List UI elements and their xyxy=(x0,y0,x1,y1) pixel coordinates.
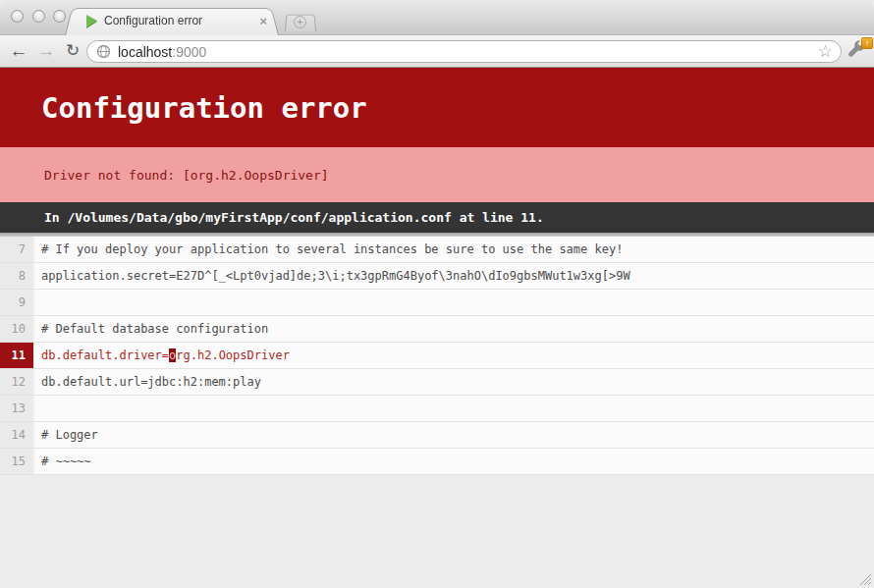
resize-grip[interactable] xyxy=(858,572,872,586)
wrench-menu-button[interactable]: ↑ xyxy=(846,39,871,65)
code-text: # Logger xyxy=(35,422,98,448)
code-text xyxy=(35,290,41,315)
line-number: 15 xyxy=(0,449,35,474)
code-line-row: 15# ~~~~~ xyxy=(0,449,874,475)
error-location-bar: In /Volumes/Data/gbo/myFirstApp/conf/app… xyxy=(0,202,874,233)
line-number: 11 xyxy=(0,343,35,368)
line-number: 14 xyxy=(0,422,35,448)
play-framework-icon xyxy=(86,15,97,27)
line-number: 9 xyxy=(0,290,35,315)
code-text: application.secret=E27D^[_<Lpt0vjad]de;3… xyxy=(35,263,630,289)
code-line-row: 10# Default database configuration xyxy=(0,316,874,343)
error-page: Configuration error Driver not found: [o… xyxy=(0,68,874,588)
browser-toolbar: ← → ↻ localhost:9000 ☆ ↑ xyxy=(0,35,874,68)
line-number: 13 xyxy=(0,396,35,421)
tab-configuration-error[interactable]: Configuration error × xyxy=(65,6,279,35)
tab-close-icon[interactable]: × xyxy=(259,15,267,27)
window-minimize-button[interactable] xyxy=(32,10,45,23)
new-tab-button[interactable]: + xyxy=(285,13,316,31)
update-badge: ↑ xyxy=(861,37,873,49)
url-host: localhost xyxy=(118,44,172,60)
line-number: 7 xyxy=(0,237,35,262)
code-lines: 7# If you deploy your application to sev… xyxy=(0,237,874,475)
error-header: Configuration error xyxy=(0,68,874,147)
code-line-row: 9 xyxy=(0,290,874,316)
error-marker-char: o xyxy=(169,348,176,362)
error-location: In /Volumes/Data/gbo/myFirstApp/conf/app… xyxy=(0,210,544,225)
browser-window: Configuration error × + ← → ↻ localhost:… xyxy=(0,0,874,588)
code-line-row: 8application.secret=E27D^[_<Lpt0vjad]de;… xyxy=(0,263,874,290)
tab-strip: Configuration error × + xyxy=(0,0,874,35)
code-text: db.default.url=jdbc:h2:mem:play xyxy=(35,369,261,395)
bookmark-star-icon[interactable]: ☆ xyxy=(818,43,833,60)
code-text: db.default.driver=org.h2.OopsDriver xyxy=(35,343,290,368)
reload-button[interactable]: ↻ xyxy=(61,39,84,63)
back-button[interactable]: ← xyxy=(7,39,30,63)
url-text[interactable]: localhost:9000 xyxy=(118,44,818,60)
window-close-button[interactable] xyxy=(11,10,24,23)
code-text: # If you deploy your application to seve… xyxy=(35,237,623,262)
code-line-row: 12db.default.url=jdbc:h2:mem:play xyxy=(0,369,874,396)
error-message: Driver not found: [org.h2.OopsDriver] xyxy=(0,168,329,183)
line-number: 12 xyxy=(0,369,35,395)
code-text xyxy=(35,396,41,421)
code-text: # Default database configuration xyxy=(35,316,268,342)
page-title: Configuration error xyxy=(0,91,367,125)
tab-title: Configuration error xyxy=(104,14,251,27)
code-line-row: 14# Logger xyxy=(0,422,874,449)
code-text: # ~~~~~ xyxy=(35,449,91,474)
error-message-banner: Driver not found: [org.h2.OopsDriver] xyxy=(0,147,874,202)
code-line-row: 13 xyxy=(0,396,874,422)
code-line-row-error: 11db.default.driver=org.h2.OopsDriver xyxy=(0,343,874,369)
forward-button: → xyxy=(34,39,58,63)
plus-icon: + xyxy=(294,16,306,28)
address-bar[interactable]: localhost:9000 ☆ xyxy=(86,40,842,63)
line-number: 8 xyxy=(0,263,35,289)
line-number: 10 xyxy=(0,316,35,342)
globe-icon xyxy=(96,44,111,59)
url-port: :9000 xyxy=(172,44,206,60)
code-line-row: 7# If you deploy your application to sev… xyxy=(0,237,874,263)
